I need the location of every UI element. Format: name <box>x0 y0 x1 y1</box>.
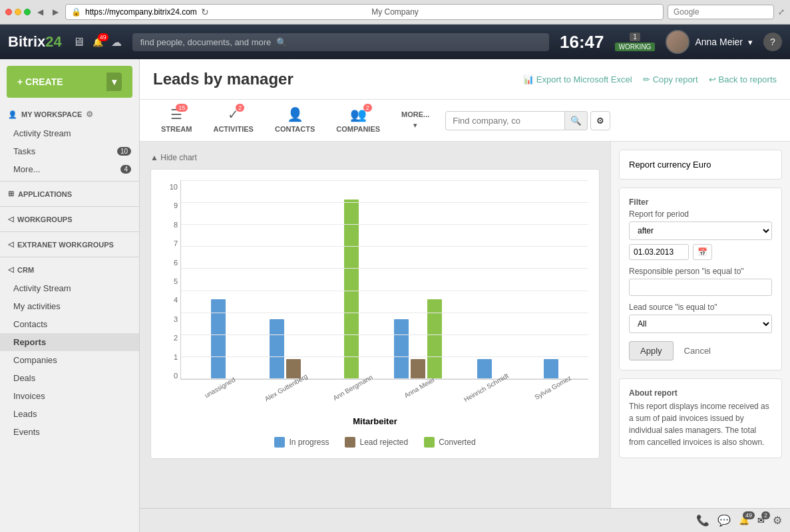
sidebar-item-deals[interactable]: Deals <box>0 369 139 387</box>
browser-search-input[interactable] <box>668 5 774 19</box>
companies-tab-label: COMPANIES <box>336 125 380 133</box>
contacts-tab-icon: 👤 <box>287 106 303 122</box>
topbar-user[interactable]: Anna Meier ▾ <box>666 30 753 54</box>
calendar-button[interactable]: 📅 <box>693 244 712 260</box>
back-to-reports-link[interactable]: ↩ Back to reports <box>709 74 777 84</box>
dropdown-arrow-icon: ▾ <box>748 37 753 47</box>
sidebar-item-reports[interactable]: Reports <box>0 333 139 351</box>
page-title: Leads by manager <box>153 70 294 88</box>
hide-chart-link[interactable]: ▲ Hide chart <box>150 153 197 162</box>
phone-icon[interactable]: 📞 <box>696 514 709 527</box>
browser-maximize-dot[interactable] <box>24 9 31 15</box>
x-label-ann: Ann Bergmann <box>320 382 381 392</box>
chart-bars-wrapper: unassigned Alex Guttenberg Ann Bergmann … <box>180 180 588 392</box>
bar-anna-in-progress <box>394 319 409 379</box>
sidebar-item-leads[interactable]: Leads <box>0 405 139 423</box>
topbar-status-area[interactable]: 1 WORKING <box>615 33 656 51</box>
bottom-mail[interactable]: ✉ 2 <box>757 515 765 525</box>
legend-in-progress-color <box>274 437 285 448</box>
bar-unassigned-in-progress <box>211 299 226 379</box>
cancel-button[interactable]: Cancel <box>679 341 716 360</box>
sidebar-item-my-activities[interactable]: My activities <box>0 297 139 315</box>
stream-tab-label: STREAM <box>161 125 192 133</box>
report-currency-label: Report currency <box>629 160 690 170</box>
tab-more[interactable]: MORE... ▾ <box>391 104 440 138</box>
chart-wrapper: 0 1 2 3 4 5 6 7 8 9 10 <box>162 180 588 392</box>
content-actions: 📊 Export to Microsoft Excel ✏ Copy repor… <box>523 74 777 84</box>
search-button[interactable]: 🔍 <box>565 111 588 130</box>
sidebar-section-my-workspace[interactable]: 👤 MY WORKSPACE ⚙ <box>0 104 139 124</box>
about-report-card: About report This report displays income… <box>619 378 782 458</box>
browser-resize-icon: ⤢ <box>778 7 785 17</box>
bar-heinrich-in-progress <box>477 359 492 379</box>
sidebar-item-contacts[interactable]: Contacts <box>0 315 139 333</box>
copy-report-link[interactable]: ✏ Copy report <box>643 74 698 84</box>
create-button[interactable]: + CREATE ▾ <box>7 66 132 98</box>
topbar-time: 16:47 <box>560 32 604 53</box>
tab-activities[interactable]: ✓ 2 ACTIVITIES <box>202 100 264 141</box>
share-icon: ◁ <box>8 215 13 223</box>
browser-minimize-dot[interactable] <box>15 9 21 15</box>
sidebar-item-crm-activity[interactable]: Activity Stream <box>0 279 139 297</box>
cloud-icon[interactable]: ☁ <box>111 36 122 49</box>
legend-in-progress: In progress <box>274 437 329 448</box>
apply-button[interactable]: Apply <box>629 341 674 360</box>
bottom-bell[interactable]: 🔔 49 <box>739 515 749 525</box>
export-excel-link[interactable]: 📊 Export to Microsoft Excel <box>523 74 632 84</box>
topbar-search[interactable]: find people, documents, and more 🔍 <box>132 33 549 51</box>
tab-search-area: 🔍 ⚙ <box>445 111 779 130</box>
settings-bottom-icon[interactable]: ⚙ <box>773 514 782 527</box>
sidebar-item-tasks[interactable]: Tasks 10 <box>0 142 139 160</box>
create-dropdown-arrow[interactable]: ▾ <box>106 72 122 91</box>
bell-notification[interactable]: 🔔 49 <box>93 37 103 47</box>
search-input[interactable] <box>445 111 565 130</box>
chart-area: ▲ Hide chart 0 1 2 3 4 5 6 7 <box>140 142 610 532</box>
sidebar-section-crm[interactable]: ◁ CRM <box>0 260 139 279</box>
period-select[interactable]: after <box>629 221 772 240</box>
sidebar-item-more-workspace[interactable]: More... 4 <box>0 160 139 178</box>
create-button-label: + CREATE <box>17 76 63 87</box>
workspace-settings-icon[interactable]: ⚙ <box>86 110 93 119</box>
bar-anna-converted <box>427 299 442 379</box>
legend-converted: Converted <box>424 437 475 448</box>
search-config-button[interactable]: ⚙ <box>590 111 610 130</box>
browser-reload-button[interactable]: ↻ <box>201 7 209 17</box>
search-placeholder-text: find people, documents, and more <box>140 37 272 47</box>
tab-companies[interactable]: 👥 2 COMPANIES <box>325 100 391 141</box>
sidebar-item-companies[interactable]: Companies <box>0 351 139 369</box>
bar-ann-converted <box>344 200 359 379</box>
sidebar-item-invoices[interactable]: Invoices <box>0 387 139 405</box>
sidebar-section-extranet[interactable]: ◁ EXTRANET WORKGROUPS <box>0 235 139 254</box>
about-report-title: About report <box>629 388 772 398</box>
browser-back-button[interactable]: ◀ <box>35 6 46 18</box>
monitor-icon[interactable]: 🖥 <box>73 35 85 49</box>
filter-lead-source-section: Lead source "is equal to" All <box>629 303 772 333</box>
browser-close-dot[interactable] <box>5 9 12 15</box>
chat-icon[interactable]: 💬 <box>717 514 731 527</box>
activity-stream-label: Activity Stream <box>13 128 71 138</box>
chart-legend: In progress Lead rejected Converted <box>162 437 588 448</box>
browser-chrome: My Company ◀ ▶ 🔒 https://mycompany.bitri… <box>0 0 790 25</box>
responsible-input[interactable] <box>629 279 772 296</box>
divider-4 <box>0 257 139 257</box>
sidebar-section-applications[interactable]: ⊞ APPLICATIONS <box>0 184 139 203</box>
crm-icon: ◁ <box>8 265 13 274</box>
divider-1 <box>0 181 139 182</box>
tabs-bar: ☰ 15 STREAM ✓ 2 ACTIVITIES 👤 CONTACTS 👥 <box>140 100 790 142</box>
lead-source-select[interactable]: All <box>629 315 772 333</box>
contacts-tab-label: CONTACTS <box>275 125 315 133</box>
extranet-label: EXTRANET WORKGROUPS <box>17 241 114 249</box>
help-button[interactable]: ? <box>763 33 782 51</box>
x-label-heinrich: Heinrich Schmidt <box>454 382 515 392</box>
bar-group-sylvia <box>520 359 582 379</box>
sidebar-item-events[interactable]: Events <box>0 423 139 441</box>
main-content: Leads by manager 📊 Export to Microsoft E… <box>140 59 790 532</box>
tab-contacts[interactable]: 👤 CONTACTS <box>264 100 325 141</box>
sidebar-item-activity-stream[interactable]: Activity Stream <box>0 124 139 142</box>
companies-tab-icon: 👥 2 <box>350 106 367 122</box>
browser-forward-button[interactable]: ▶ <box>50 6 61 18</box>
divider-3 <box>0 231 139 232</box>
date-input[interactable] <box>629 244 689 260</box>
tab-stream[interactable]: ☰ 15 STREAM <box>150 100 202 141</box>
sidebar-section-workgroups[interactable]: ◁ WORKGROUPS <box>0 209 139 229</box>
